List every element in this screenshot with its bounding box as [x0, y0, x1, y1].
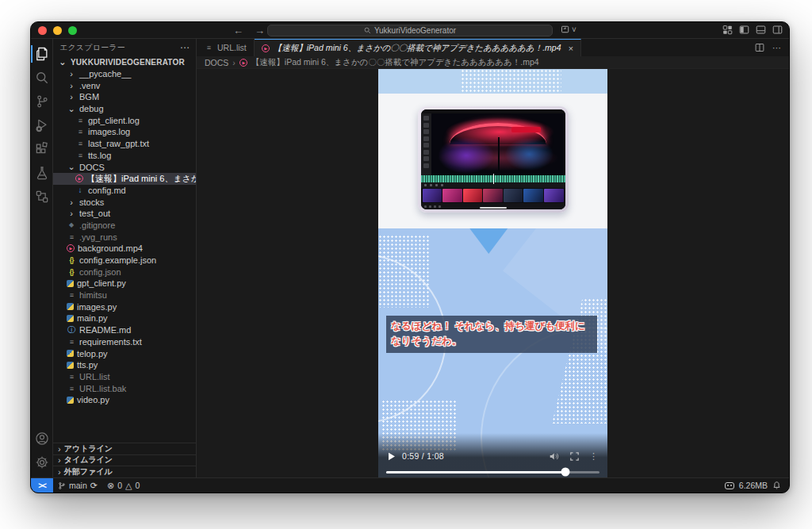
memory-usage[interactable]: 6.26MB [739, 481, 768, 490]
breadcrumb-file[interactable]: 【速報】iPad mini 6、まさかの〇〇搭載で神アプデきたああああああ！.m… [251, 57, 539, 68]
tree-item[interactable]: ≡ requirements.txt [53, 336, 196, 348]
chevron-down-icon: ˅ [572, 25, 576, 34]
tree-item[interactable]: › test_out [53, 208, 196, 220]
tree-item-label: background.mp4 [78, 243, 143, 253]
toggle-primary-sidebar-icon[interactable] [739, 25, 749, 35]
tree-item[interactable]: ↓ config.md [53, 185, 196, 197]
copilot-icon[interactable] [725, 482, 734, 489]
video-time: 0:59 / 1:08 [402, 451, 444, 461]
sidebar-section-header[interactable]: › タイムライン [53, 454, 196, 466]
tree-item[interactable]: ≡ URL.list.bak [53, 382, 196, 394]
kebab-menu-icon[interactable]: ⋮ [589, 451, 598, 462]
testing-icon[interactable] [31, 161, 53, 185]
progress-thumb[interactable] [561, 468, 569, 477]
customize-layout-icon[interactable] [722, 25, 733, 35]
source-control-icon[interactable] [31, 90, 53, 113]
tree-item[interactable]: video.py [53, 394, 196, 406]
tree-item-label: .gitignore [79, 220, 115, 230]
problems-status[interactable]: ⊗ 0 △ 0 [102, 478, 144, 493]
tree-item[interactable]: tts.py [53, 359, 196, 371]
extensions-icon[interactable] [31, 137, 53, 161]
fullscreen-icon[interactable] [570, 452, 579, 461]
tree-item[interactable]: ⓘ README.md [53, 324, 196, 336]
tree-item[interactable]: ◆ .gitignore [53, 220, 196, 232]
python-icon [67, 397, 74, 404]
settings-gear-icon[interactable] [31, 450, 53, 474]
tree-item-label: telop.py [77, 349, 108, 358]
zoom-window-button[interactable] [68, 26, 77, 35]
status-bar: >< main ⟳ ⊗ 0 △ 0 6.26MB [31, 477, 789, 493]
tree-item-label: stocks [79, 197, 104, 207]
account-icon[interactable] [31, 427, 53, 450]
tree-item[interactable]: ≡ URL.list [53, 371, 196, 383]
tree-item-label: last_raw_gpt.txt [88, 139, 149, 148]
file-tree: ⌄ YUKKURIVIDEOGENERATOR › __pycache__ › … [53, 56, 196, 406]
tree-item[interactable]: › BGM [53, 91, 196, 103]
sync-icon[interactable]: ⟳ [90, 481, 98, 491]
log-icon: ≡ [75, 127, 85, 136]
chevron-right-icon: › [58, 455, 61, 465]
warning-icon: △ [125, 481, 132, 491]
tab-url-list[interactable]: ≡ URL.list [197, 39, 255, 56]
tree-item[interactable]: › __pycache__ [53, 68, 196, 80]
toggle-secondary-sidebar-icon[interactable] [772, 25, 783, 35]
markdown-icon: ↓ [75, 186, 85, 195]
remote-indicator[interactable]: >< [31, 478, 53, 493]
warning-count: 0 [136, 481, 140, 490]
tree-item-label: BGM [79, 92, 99, 102]
run-debug-icon[interactable] [31, 113, 53, 137]
git-branch-status[interactable]: main ⟳ [53, 478, 102, 493]
tree-item[interactable]: ≡ images.log [53, 126, 196, 138]
tree-item[interactable]: ≡ .yvg_runs [53, 231, 196, 243]
search-view-icon[interactable] [31, 66, 53, 90]
chevron-right-icon: › [67, 209, 76, 218]
tree-item-label: images.log [88, 127, 130, 136]
close-window-button[interactable] [38, 26, 47, 35]
sidebar-section-header[interactable]: › アウトライン [53, 443, 196, 454]
explorer-more-actions[interactable]: ⋯ [180, 42, 190, 53]
tree-item[interactable]: gpt_client.py [53, 278, 196, 289]
layout-control-dropdown[interactable]: ˅ [561, 25, 576, 34]
log-icon: ≡ [67, 290, 76, 300]
video-frame[interactable]: なるほどね！ それなら、持ち運びも便利になりそうだわ。 0:59 / 1:08 … [378, 69, 607, 477]
tree-item[interactable]: ≡ tts.log [53, 150, 196, 162]
tree-item[interactable]: › stocks [53, 196, 196, 208]
tree-item-label: config.example.json [79, 255, 156, 265]
tree-item[interactable]: {} config.json [53, 266, 196, 278]
close-tab-icon[interactable]: × [569, 44, 573, 53]
tree-item[interactable]: ▶ background.mp4 [53, 243, 196, 255]
tree-item[interactable]: {} config.example.json [53, 255, 196, 266]
tree-item[interactable]: ≡ himitsu [53, 289, 196, 301]
nav-back-button[interactable]: ← [233, 25, 243, 36]
tree-item[interactable]: ⌄ YUKKURIVIDEOGENERATOR [53, 56, 196, 68]
breadcrumb[interactable]: DOCS › ▶ 【速報】iPad mini 6、まさかの〇〇搭載で神アプデきた… [197, 56, 789, 69]
volume-icon[interactable] [550, 452, 560, 461]
minimize-window-button[interactable] [53, 26, 62, 35]
sidebar-section-header[interactable]: › 外部ファイル [53, 466, 196, 477]
tree-item[interactable]: › .venv [53, 79, 196, 91]
command-center-search[interactable]: YukkuriVideoGenerator [267, 25, 553, 36]
explorer-icon[interactable] [31, 42, 53, 66]
video-progress-bar[interactable] [378, 466, 607, 477]
tree-item[interactable]: main.py [53, 312, 196, 324]
tree-item-label: config.json [79, 267, 121, 277]
nav-forward-button[interactable]: → [255, 25, 265, 36]
tree-item[interactable]: ⌄ DOCS [53, 161, 196, 173]
toggle-panel-icon[interactable] [756, 25, 766, 35]
tree-item[interactable]: ≡ last_raw_gpt.txt [53, 138, 196, 150]
chevron-down-icon: ⌄ [67, 163, 76, 172]
remote-explorer-icon[interactable] [31, 185, 53, 209]
tree-item[interactable]: ⌄ debug [53, 103, 196, 115]
tree-item[interactable]: telop.py [53, 347, 196, 359]
tab-video-file[interactable]: ▶ 【速報】iPad mini 6、まさかの〇〇搭載で神アプデきたああああああ！… [255, 39, 581, 56]
breadcrumb-folder[interactable]: DOCS [205, 58, 228, 67]
tree-item[interactable]: ▶ 【速報】iPad mini 6、まさかの〇〇... [53, 173, 196, 185]
section-label: 外部ファイル [64, 466, 113, 477]
tree-item[interactable]: images.py [53, 301, 196, 312]
editor-more-actions[interactable]: ⋯ [772, 43, 781, 53]
error-icon: ⊗ [107, 481, 114, 491]
play-button[interactable] [388, 452, 396, 461]
notifications-bell-icon[interactable] [772, 481, 781, 490]
tree-item[interactable]: ≡ gpt_client.log [53, 114, 196, 126]
split-editor-icon[interactable] [755, 43, 764, 52]
